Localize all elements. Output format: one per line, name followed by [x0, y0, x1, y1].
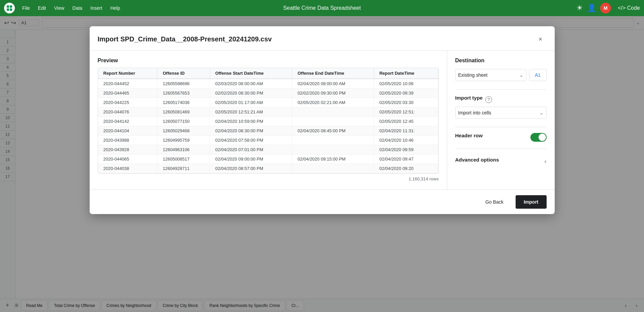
table-cell	[292, 107, 374, 117]
table-cell: 02/04/2020 09:15:00 PM	[292, 154, 374, 164]
table-cell: 12605174036	[157, 98, 210, 107]
table-cell: 2020-043928	[98, 145, 157, 154]
toggle-knob	[539, 134, 546, 141]
header-row-label: Header row	[455, 133, 483, 138]
preview-panel: Preview Report Number Offense ID Offense…	[90, 51, 447, 189]
import-type-chevron-icon: ⌄	[540, 110, 544, 115]
menu-help[interactable]: Help	[107, 4, 123, 12]
table-cell: 02/04/2020 10:59:00 PM	[210, 117, 292, 126]
table-row: 2020-0441421260507715002/04/2020 10:59:0…	[98, 117, 438, 126]
table-row: 2020-0442251260517403602/05/2020 01:17:0…	[98, 98, 438, 107]
table-cell: 2020-044142	[98, 117, 157, 126]
table-cell: 02/04/2020 09:59	[374, 145, 438, 154]
help-icon[interactable]: ?	[485, 96, 492, 103]
import-type-value: Import into cells	[458, 110, 491, 115]
menu-edit[interactable]: Edit	[35, 4, 50, 12]
table-cell: 02/05/2020 12:51:	[374, 107, 438, 117]
menu-file[interactable]: File	[19, 4, 33, 12]
table-cell: 02/02/2020 09:30:00 PM	[292, 89, 374, 98]
table-row: 2020-0439281260496310602/04/2020 07:01:0…	[98, 145, 438, 154]
app-title: Seattle Crime Data Spreadsheet	[283, 5, 361, 11]
table-cell: 02/04/2020 08:57:00 PM	[210, 164, 292, 173]
table-row: 2020-0441041260502946802/04/2020 08:30:0…	[98, 126, 438, 136]
header-row-row: Header row	[455, 133, 547, 142]
avatar[interactable]: M	[600, 3, 611, 13]
menu-insert[interactable]: Insert	[87, 4, 105, 12]
table-cell: 02/05/2020 12:45	[374, 117, 438, 126]
row-count: 1,160,314 rows	[98, 174, 439, 183]
preview-table: Report Number Offense ID Offense Start D…	[98, 68, 438, 173]
right-panel: Destination Existing sheet ⌄ A1 Import t…	[447, 51, 555, 189]
modal-title: Import SPD_Crime_Data__2008-Present_2024…	[98, 35, 272, 43]
account-icon[interactable]: 👤	[587, 4, 596, 12]
table-cell: 2020-044076	[98, 107, 157, 117]
table-cell	[292, 164, 374, 173]
table-cell: 2020-044104	[98, 126, 157, 136]
table-cell: 02/04/2020 09:47	[374, 154, 438, 164]
table-cell: 02/03/2020 08:00:00 AM	[210, 79, 292, 89]
table-cell: 12605077150	[157, 117, 210, 126]
table-cell: 02/04/2020 07:01:00 PM	[210, 145, 292, 154]
table-cell: 2020-044465	[98, 89, 157, 98]
table-cell: 02/05/2020 09:39	[374, 89, 438, 98]
table-cell: 02/05/2020 01:17:00 AM	[210, 98, 292, 107]
table-cell: 02/04/2020 07:58:00 PM	[210, 136, 292, 145]
table-row: 2020-0444521260559869602/03/2020 08:00:0…	[98, 79, 438, 89]
preview-table-container[interactable]: Report Number Offense ID Offense Start D…	[98, 68, 439, 174]
preview-label: Preview	[98, 58, 439, 64]
cell-ref-button[interactable]: A1	[529, 69, 547, 81]
col-header-offense-id: Offense ID	[157, 68, 210, 79]
table-cell: 02/05/2020 10:06	[374, 79, 438, 89]
divider-2	[455, 127, 547, 127]
import-modal: Import SPD_Crime_Data__2008-Present_2024…	[90, 26, 555, 214]
menu-bar: File Edit View Data Insert Help Seattle …	[0, 0, 644, 16]
table-row: 2020-0439881260499575902/04/2020 07:58:0…	[98, 136, 438, 145]
menu-data[interactable]: Data	[69, 4, 86, 12]
table-cell: 02/04/2020 08:00:00 AM	[292, 79, 374, 89]
table-cell: 02/04/2020 11:31:	[374, 126, 438, 136]
svg-rect-3	[10, 8, 12, 11]
app-logo	[4, 3, 15, 13]
brightness-icon[interactable]: ☀	[576, 4, 583, 12]
modal-footer: Go Back Import	[90, 189, 555, 214]
col-header-report-number: Report Number	[98, 68, 157, 79]
table-cell: 12605081469	[157, 107, 210, 117]
close-button[interactable]: ×	[534, 33, 547, 45]
table-row: 2020-0444651260556765302/02/2020 08:30:0…	[98, 89, 438, 98]
destination-row: Existing sheet ⌄ A1	[455, 69, 547, 81]
table-cell: 02/04/2020 08:45:00 PM	[292, 126, 374, 136]
table-cell: 02/04/2020 10:46	[374, 136, 438, 145]
table-cell: 12605567653	[157, 89, 210, 98]
table-cell	[292, 117, 374, 126]
table-cell: 12605598696	[157, 79, 210, 89]
divider-3	[455, 148, 547, 149]
table-cell	[292, 145, 374, 154]
import-type-select[interactable]: Import into cells ⌄	[455, 107, 547, 119]
svg-rect-0	[7, 5, 9, 8]
table-cell: 12604963106	[157, 145, 210, 154]
import-type-label-row: Import type ?	[455, 95, 547, 104]
advanced-options-row[interactable]: Advanced options ‹	[455, 154, 547, 169]
menu-right: ☀ 👤 M </> Code	[576, 3, 640, 13]
import-button[interactable]: Import	[516, 195, 547, 209]
destination-label: Destination	[455, 58, 547, 64]
table-row: 2020-0440651260500851702/04/2020 09:00:0…	[98, 154, 438, 164]
advanced-options-label: Advanced options	[455, 157, 499, 163]
sheet-select[interactable]: Existing sheet ⌄	[455, 69, 526, 81]
col-header-report-datetime: Report DateTime	[374, 68, 438, 79]
divider-1	[455, 89, 547, 90]
col-header-offense-end: Offense End DateTime	[292, 68, 374, 79]
table-cell: 02/04/2020 08:30:00 PM	[210, 126, 292, 136]
go-back-button[interactable]: Go Back	[477, 195, 512, 209]
sheet-select-value: Existing sheet	[458, 72, 488, 78]
table-cell: 02/05/2020 12:51:21 AM	[210, 107, 292, 117]
table-cell: 02/05/2020 02:21:00 AM	[292, 98, 374, 107]
table-cell: 2020-044038	[98, 164, 157, 173]
menu-view[interactable]: View	[51, 4, 68, 12]
modal-body: Preview Report Number Offense ID Offense…	[90, 51, 555, 189]
modal-backdrop: Import SPD_Crime_Data__2008-Present_2024…	[0, 16, 644, 312]
header-row-toggle[interactable]	[530, 133, 547, 142]
col-header-offense-start: Offense Start DateTime	[210, 68, 292, 79]
table-cell: 02/04/2020 09:20	[374, 164, 438, 173]
svg-rect-2	[7, 8, 9, 11]
